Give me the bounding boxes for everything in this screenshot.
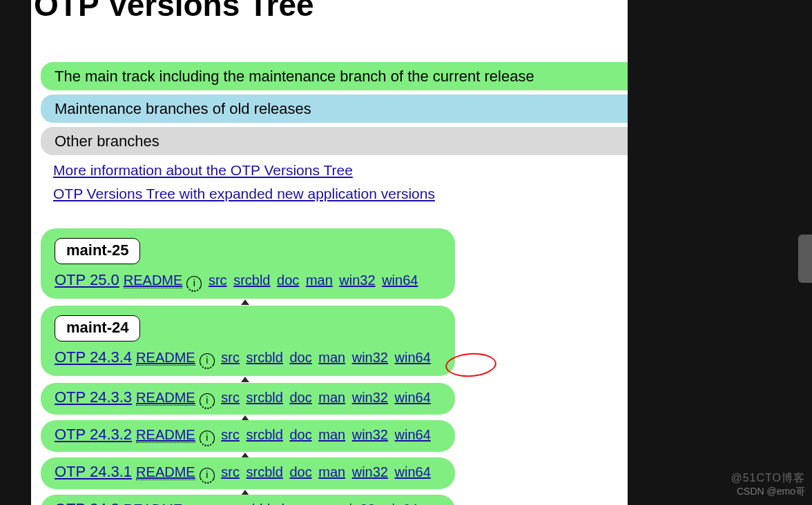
readme-link[interactable]: README — [136, 464, 195, 480]
download-win32[interactable]: win32 — [352, 427, 388, 442]
branch-block: maint-25OTP 25.0READMEi src srcbld doc m… — [41, 228, 455, 299]
readme-link[interactable]: README — [124, 273, 183, 288]
version-row: OTP 24.3.2READMEi src srcbld doc man win… — [41, 420, 455, 452]
legend-main: The main track including the maintenance… — [41, 62, 628, 90]
legend-other: Other branches — [41, 127, 628, 155]
download-man[interactable]: man — [306, 273, 333, 288]
readme-link[interactable]: README — [136, 427, 195, 443]
info-icon[interactable]: i — [200, 430, 215, 446]
download-man[interactable]: man — [306, 502, 333, 505]
legend-maint: Maintenance branches of old releases — [41, 95, 628, 123]
watermark-csdn: CSDN @emo哥 — [737, 486, 805, 498]
download-src[interactable]: src — [209, 273, 227, 288]
download-srcbld[interactable]: srcbld — [246, 350, 282, 365]
otp-version-link[interactable]: OTP 24.3.1 — [55, 463, 132, 480]
download-win64[interactable]: win64 — [395, 390, 431, 405]
download-src[interactable]: src — [209, 502, 227, 505]
download-srcbld[interactable]: srcbld — [246, 390, 282, 405]
link-expanded-tree[interactable]: OTP Versions Tree with expanded new appl… — [53, 186, 435, 202]
download-src[interactable]: src — [221, 350, 240, 365]
versions-tree: maint-25OTP 25.0READMEi src srcbld doc m… — [41, 228, 628, 505]
download-srcbld[interactable]: srcbld — [246, 427, 282, 442]
download-src[interactable]: src — [221, 427, 240, 442]
info-icon[interactable]: i — [186, 276, 202, 292]
download-src[interactable]: src — [221, 464, 240, 479]
branch-badge: maint-25 — [55, 238, 140, 264]
watermark-51cto: @51CTO博客 — [731, 471, 805, 486]
readme-link[interactable]: README — [136, 350, 195, 366]
branch-badge: maint-24 — [55, 315, 140, 341]
download-man[interactable]: man — [318, 350, 345, 365]
link-more-info[interactable]: More information about the OTP Versions … — [53, 162, 353, 179]
otp-version-link[interactable]: OTP 24.3 — [55, 500, 119, 505]
info-icon[interactable]: i — [200, 393, 215, 409]
download-win32[interactable]: win32 — [352, 350, 388, 365]
annotation-circle — [445, 351, 497, 378]
connector-icon — [241, 377, 249, 382]
download-src[interactable]: src — [221, 390, 240, 405]
download-win32[interactable]: win32 — [352, 390, 388, 405]
download-win64[interactable]: win64 — [382, 273, 418, 288]
download-doc[interactable]: doc — [289, 390, 311, 405]
download-win32[interactable]: win32 — [339, 273, 375, 288]
download-man[interactable]: man — [318, 464, 345, 479]
download-srcbld[interactable]: srcbld — [233, 502, 270, 505]
otp-version-link[interactable]: OTP 24.3.3 — [55, 388, 132, 406]
info-icon[interactable]: i — [200, 468, 215, 484]
download-win32[interactable]: win32 — [352, 464, 388, 479]
document-page: OTP Versions Tree The main track includi… — [31, 0, 628, 505]
version-row: OTP 24.3.1READMEi src srcbld doc man win… — [41, 457, 455, 489]
download-srcbld[interactable]: srcbld — [233, 273, 270, 288]
side-tab[interactable] — [798, 235, 812, 283]
download-doc[interactable]: doc — [289, 464, 311, 479]
download-man[interactable]: man — [318, 427, 345, 442]
otp-version-link[interactable]: OTP 24.3.2 — [55, 426, 132, 443]
version-row: OTP 24.3.3READMEi src srcbld doc man win… — [41, 383, 455, 415]
download-win64[interactable]: win64 — [395, 464, 431, 479]
version-row: OTP 24.3READMEi src srcbld doc man win32… — [41, 495, 455, 505]
connector-icon — [241, 299, 249, 305]
page-title: OTP Versions Tree — [34, 0, 628, 23]
download-win64[interactable]: win64 — [395, 427, 431, 442]
download-win64[interactable]: win64 — [395, 350, 431, 365]
download-srcbld[interactable]: srcbld — [246, 464, 282, 479]
otp-version-link[interactable]: OTP 25.0 — [55, 271, 119, 288]
download-win32[interactable]: win32 — [339, 502, 375, 505]
info-links: More information about the OTP Versions … — [53, 162, 628, 209]
download-win64[interactable]: win64 — [382, 502, 418, 505]
info-icon[interactable]: i — [200, 353, 215, 369]
otp-version-link[interactable]: OTP 24.3.4 — [55, 348, 132, 366]
download-doc[interactable]: doc — [277, 502, 299, 505]
readme-link[interactable]: README — [124, 502, 183, 505]
branch-block: maint-24OTP 24.3.4READMEi src srcbld doc… — [41, 306, 455, 376]
download-man[interactable]: man — [318, 390, 345, 405]
download-doc[interactable]: doc — [289, 427, 311, 442]
download-doc[interactable]: doc — [289, 350, 311, 365]
download-doc[interactable]: doc — [277, 273, 299, 288]
readme-link[interactable]: README — [136, 390, 195, 406]
